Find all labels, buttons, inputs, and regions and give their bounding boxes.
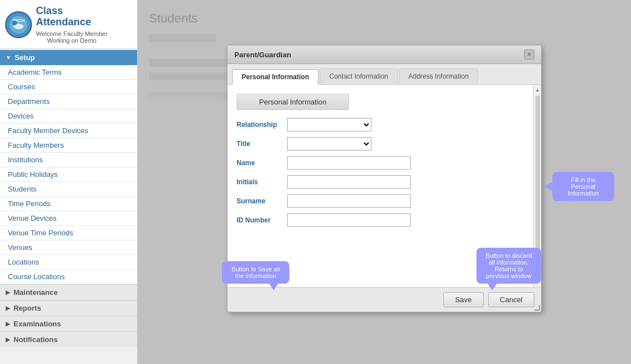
reports-arrow-icon: ▶ xyxy=(6,305,10,311)
sidebar-item-devices[interactable]: Devices xyxy=(0,109,137,124)
sidebar-item-faculty-member-devices[interactable]: Faculty Member Devices xyxy=(0,124,137,138)
relationship-label: Relationship xyxy=(237,121,287,129)
svg-point-3 xyxy=(12,21,17,25)
close-icon: × xyxy=(527,51,531,58)
sidebar-item-venue-time-periods[interactable]: Venue Time Periods xyxy=(0,226,137,240)
relationship-row: Relationship xyxy=(237,118,524,131)
save-button[interactable]: Save xyxy=(443,292,484,307)
reports-label: Reports xyxy=(13,304,41,312)
initials-input[interactable] xyxy=(287,175,411,189)
tab-personal-information[interactable]: Personal Information xyxy=(232,69,319,85)
name-row: Name xyxy=(237,156,524,170)
modal-dialog: Parent/Guardian × Personal Information C… xyxy=(227,45,542,312)
cancel-button[interactable]: Cancel xyxy=(488,292,534,307)
sidebar-item-departments[interactable]: Departments xyxy=(0,94,137,109)
modal-container: Parent/Guardian × Personal Information C… xyxy=(227,11,542,312)
examinations-group[interactable]: ▶ Examinations xyxy=(0,316,137,331)
welcome-text: Welcome Faculty Member xyxy=(36,30,108,37)
maintenance-label: Maintenance xyxy=(13,288,58,297)
tooltip-save: Button to Save all the information xyxy=(222,261,289,284)
id-number-label: ID Number xyxy=(237,216,287,224)
sidebar-item-courses[interactable]: Courses xyxy=(0,80,137,94)
setup-section[interactable]: ▼ Setup xyxy=(0,50,137,65)
name-label: Name xyxy=(237,159,287,167)
tooltip-fill: Fill in the Personal Information xyxy=(552,172,614,201)
app-name-line2: Attendance xyxy=(36,16,91,28)
sidebar-item-venues[interactable]: Venues xyxy=(0,240,137,255)
setup-arrow-icon: ▼ xyxy=(6,54,11,61)
relationship-select[interactable] xyxy=(287,118,371,131)
setup-label: Setup xyxy=(15,53,35,62)
name-input[interactable] xyxy=(287,156,411,170)
sidebar-item-faculty-members[interactable]: Faculty Members xyxy=(0,138,137,153)
modal-header: Parent/Guardian × xyxy=(228,46,541,64)
scroll-up-arrow[interactable]: ▲ xyxy=(534,86,541,94)
notifications-group[interactable]: ▶ Notifications xyxy=(0,331,137,347)
sidebar-item-academic-terms[interactable]: Academic Terms xyxy=(0,65,137,80)
sidebar-header: TECH Class Attendance Welcome Faculty Me… xyxy=(0,0,137,49)
sidebar-item-students[interactable]: Students xyxy=(0,182,137,197)
reports-group[interactable]: ▶ Reports xyxy=(0,300,137,316)
section-header: Personal Information xyxy=(237,94,349,110)
modal-overlay: Parent/Guardian × Personal Information C… xyxy=(138,0,631,364)
title-row: Title xyxy=(237,137,524,151)
main-content: Students Parent/Guardian × Person xyxy=(138,0,631,364)
modal-footer: Button to Save all the information Butto… xyxy=(228,287,541,312)
notifications-arrow-icon: ▶ xyxy=(6,336,10,343)
surname-row: Surname xyxy=(237,194,524,208)
sidebar-item-course-locations[interactable]: Course Locations xyxy=(0,270,137,284)
maintenance-group[interactable]: ▶ Maintenance xyxy=(0,284,137,300)
app-logo: TECH xyxy=(4,11,33,39)
examinations-label: Examinations xyxy=(13,320,61,328)
resize-handle[interactable] xyxy=(534,305,541,312)
title-select[interactable] xyxy=(287,137,371,151)
modal-title: Parent/Guardian xyxy=(234,51,291,59)
initials-row: Initials xyxy=(237,175,524,189)
sidebar-item-time-periods[interactable]: Time Periods xyxy=(0,197,137,211)
examinations-arrow-icon: ▶ xyxy=(6,321,10,327)
modal-tabs: Personal Information Contact Information… xyxy=(228,64,541,85)
initials-label: Initials xyxy=(237,178,287,186)
sidebar: TECH Class Attendance Welcome Faculty Me… xyxy=(0,0,138,364)
title-label: Title xyxy=(237,140,287,148)
id-number-input[interactable] xyxy=(287,213,411,227)
sidebar-item-venue-devices[interactable]: Venue Devices xyxy=(0,211,137,226)
surname-input[interactable] xyxy=(287,194,411,208)
working-on-text: Working on Demo xyxy=(47,37,97,44)
tab-address-information[interactable]: Address Information xyxy=(399,69,478,84)
app-name-line1: Class xyxy=(36,5,63,16)
notifications-label: Notifications xyxy=(13,335,58,344)
tooltip-discard: Button to discard all information. Retur… xyxy=(476,248,541,284)
sidebar-item-public-holidays[interactable]: Public Holidays xyxy=(0,167,137,182)
tab-contact-information[interactable]: Contact Information xyxy=(320,69,398,84)
app-title: Class Attendance Welcome Faculty Member … xyxy=(36,6,108,44)
sidebar-item-institutions[interactable]: Institutions xyxy=(0,153,137,167)
modal-close-button[interactable]: × xyxy=(524,49,534,60)
sidebar-item-locations[interactable]: Locations xyxy=(0,255,137,270)
surname-label: Surname xyxy=(237,197,287,205)
id-number-row: ID Number xyxy=(237,213,524,227)
maintenance-arrow-icon: ▶ xyxy=(6,289,10,295)
